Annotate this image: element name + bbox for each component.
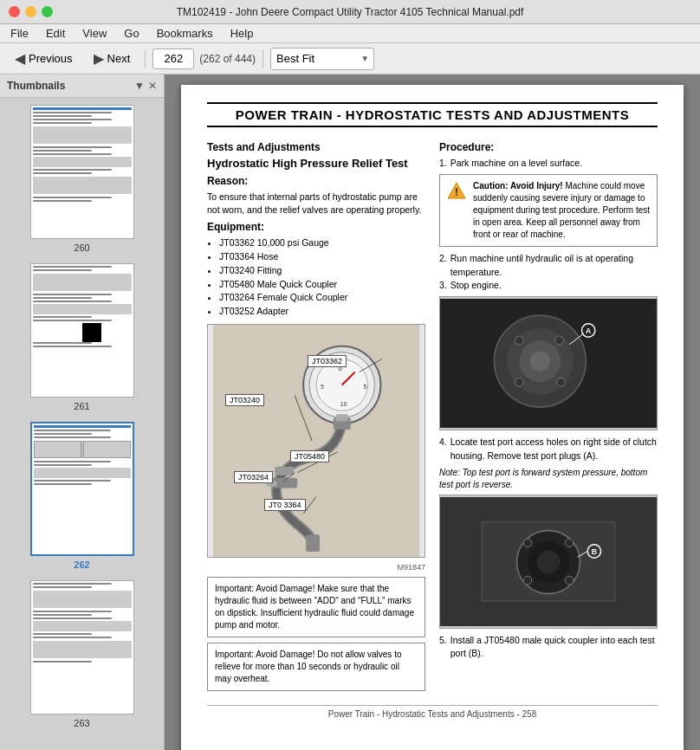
step-1: 1. Park machine on a level surface. bbox=[439, 157, 658, 171]
photo-2: B MX34403 bbox=[439, 495, 658, 629]
content-area[interactable]: POWER TRAIN - HYDROSTATIC TESTS AND ADJU… bbox=[165, 74, 700, 750]
gauge-label-jt03364: JT0 3364 bbox=[264, 499, 306, 511]
window-title: TM102419 - John Deere Compact Utility Tr… bbox=[177, 6, 524, 18]
procedure-list-2: 2. Run machine until hydraulic oil is at… bbox=[439, 252, 658, 293]
zoom-wrapper: Best Fit Actual Size Fit Width 50% 75% 1… bbox=[270, 48, 374, 70]
svg-point-26 bbox=[530, 352, 550, 372]
thumbnails-close-button[interactable]: ✕ bbox=[148, 80, 157, 92]
page-footer: Power Train - Hydrostatic Tests and Adju… bbox=[207, 705, 658, 719]
svg-point-27 bbox=[555, 336, 564, 345]
step-4-num: 4. bbox=[439, 436, 447, 463]
section-label: Tests and Adjustments bbox=[207, 141, 425, 153]
titlebar: TM102419 - John Deere Compact Utility Tr… bbox=[0, 0, 700, 24]
menu-view[interactable]: View bbox=[79, 25, 110, 42]
menu-go[interactable]: Go bbox=[120, 25, 142, 42]
thumbnail-263-label: 263 bbox=[74, 718, 89, 728]
thumbnail-263-image bbox=[30, 580, 134, 714]
svg-point-38 bbox=[537, 550, 561, 573]
equipment-list: JT03362 10,000 psi Gauge JT03364 Hose JT… bbox=[219, 236, 425, 319]
procedure-list-4: 5. Install a JT05480 male quick coupler … bbox=[439, 634, 658, 662]
svg-text:B: B bbox=[592, 547, 597, 556]
step-5: 5. Install a JT05480 male quick coupler … bbox=[439, 634, 658, 662]
zoom-select[interactable]: Best Fit Actual Size Fit Width 50% 75% 1… bbox=[270, 48, 374, 70]
close-button[interactable] bbox=[9, 6, 20, 17]
section-columns: Tests and Adjustments Hydrostatic High P… bbox=[207, 136, 658, 691]
separator bbox=[145, 49, 146, 68]
step-4-text: Locate test port access holes on right s… bbox=[450, 436, 658, 463]
main-layout: Thumbnails ▼ ✕ bbox=[0, 74, 700, 750]
step-3-text: Stop engine. bbox=[450, 279, 502, 293]
thumbnail-261-label: 261 bbox=[74, 401, 89, 411]
photo-1: A MX34402 bbox=[439, 296, 658, 430]
svg-rect-10 bbox=[336, 414, 348, 421]
next-label: Next bbox=[107, 52, 131, 65]
minimize-button[interactable] bbox=[25, 6, 36, 17]
page-main-title: POWER TRAIN - HYDROSTATIC TESTS AND ADJU… bbox=[207, 102, 658, 127]
next-button[interactable]: ▶ Next bbox=[86, 46, 139, 71]
pdf-page: POWER TRAIN - HYDROSTATIC TESTS AND ADJU… bbox=[181, 85, 684, 750]
thumbnail-261-image bbox=[30, 263, 134, 398]
left-column: Tests and Adjustments Hydrostatic High P… bbox=[207, 136, 425, 691]
thumbnail-260-image bbox=[30, 105, 134, 239]
menu-edit[interactable]: Edit bbox=[42, 25, 68, 42]
svg-text:10: 10 bbox=[340, 401, 347, 407]
procedure-list-3: 4. Locate test port access holes on righ… bbox=[439, 436, 658, 463]
equip-item-3: JT03240 Fitting bbox=[219, 264, 425, 278]
gauge-image-caption: M91847 bbox=[207, 563, 425, 572]
step-3: 3. Stop engine. bbox=[439, 279, 658, 293]
important-text-1: Important: Avoid Damage! Make sure that … bbox=[215, 583, 418, 631]
svg-point-42 bbox=[523, 576, 532, 585]
step-5-num: 5. bbox=[439, 634, 447, 662]
thumbnails-controls: ▼ ✕ bbox=[134, 80, 157, 92]
warning-text: Caution: Avoid Injury! Machine could mov… bbox=[473, 180, 650, 241]
equip-item-5: JT03264 Female Quick Coupler bbox=[219, 291, 425, 305]
caution-icon: ! bbox=[447, 181, 466, 200]
menu-bookmarks[interactable]: Bookmarks bbox=[153, 25, 217, 42]
svg-point-40 bbox=[523, 539, 532, 547]
gauge-label-jt05480: JT05480 bbox=[290, 450, 329, 462]
svg-text:5: 5 bbox=[321, 384, 324, 390]
svg-rect-14 bbox=[306, 534, 320, 552]
equip-item-6: JT03252 Adapter bbox=[219, 305, 425, 319]
svg-text:A: A bbox=[586, 327, 592, 335]
svg-point-41 bbox=[565, 576, 574, 585]
svg-text:!: ! bbox=[455, 185, 458, 198]
step-2-num: 2. bbox=[439, 252, 447, 280]
menu-help[interactable]: Help bbox=[227, 25, 257, 42]
right-column: Procedure: 1. Park machine on a level su… bbox=[439, 136, 658, 691]
thumbnail-261[interactable]: 261 bbox=[0, 256, 164, 415]
thumbnail-262[interactable]: 262 bbox=[0, 415, 164, 573]
step-5-text: Install a JT05480 male quick coupler int… bbox=[450, 634, 658, 662]
page-number-input[interactable]: 262 bbox=[152, 48, 194, 69]
gauge-label-jt03264: JT03264 bbox=[234, 471, 273, 483]
equip-item-2: JT03364 Hose bbox=[219, 250, 425, 264]
reason-label: Reason: bbox=[207, 175, 425, 187]
next-arrow-icon: ▶ bbox=[94, 50, 104, 67]
thumbnail-260-label: 260 bbox=[74, 242, 89, 253]
separator2 bbox=[262, 49, 263, 68]
step-2-text: Run machine until hydraulic oil is at op… bbox=[450, 252, 658, 280]
thumbnails-header: Thumbnails ▼ ✕ bbox=[0, 74, 164, 98]
thumbnail-260[interactable]: 260 bbox=[0, 98, 164, 256]
note-text: Note: Top test port is forward system pr… bbox=[439, 467, 658, 491]
previous-label: Previous bbox=[29, 52, 73, 65]
thumbnails-collapse-button[interactable]: ▼ bbox=[134, 80, 145, 92]
previous-button[interactable]: ◀ Previous bbox=[7, 46, 81, 71]
important-text-2: Important: Avoid Damage! Do not allow va… bbox=[215, 649, 418, 685]
maximize-button[interactable] bbox=[42, 6, 53, 17]
step-1-text: Park machine on a level surface. bbox=[450, 157, 582, 171]
previous-arrow-icon: ◀ bbox=[15, 50, 25, 67]
gauge-label-jt03240: JT03240 bbox=[225, 394, 264, 406]
thumbnail-263[interactable]: 263 bbox=[0, 573, 164, 732]
thumbnails-title: Thumbnails bbox=[7, 80, 65, 92]
reason-text: To ensure that internal parts of hydrost… bbox=[207, 191, 425, 216]
equip-item-4: JT05480 Male Quick Coupler bbox=[219, 278, 425, 292]
warning-box: ! Caution: Avoid Injury! Machine could m… bbox=[439, 174, 658, 247]
svg-point-39 bbox=[565, 539, 574, 547]
menu-file[interactable]: File bbox=[7, 25, 32, 42]
thumbnail-262-image bbox=[30, 422, 134, 556]
window-controls bbox=[9, 6, 53, 17]
important-box-1: Important: Avoid Damage! Make sure that … bbox=[207, 577, 425, 637]
procedure-label: Procedure: bbox=[439, 141, 658, 153]
important-box-2: Important: Avoid Damage! Do not allow va… bbox=[207, 643, 425, 691]
